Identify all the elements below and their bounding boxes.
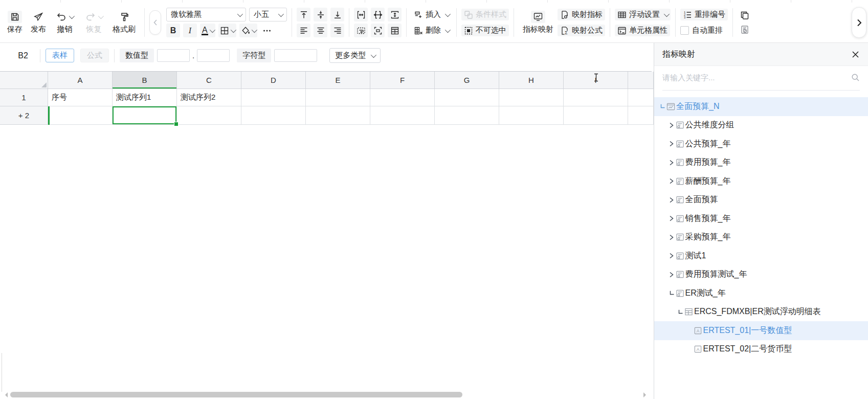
chevron-right-icon[interactable] — [667, 197, 676, 203]
tree-item[interactable]: 销售预算_年 — [654, 209, 868, 228]
tree-item[interactable]: ER测试_年 — [654, 284, 868, 303]
cell[interactable] — [435, 106, 499, 125]
cell[interactable] — [370, 89, 435, 106]
cell-properties-button[interactable]: 单元格属性 — [615, 25, 670, 36]
halign-center-button[interactable] — [314, 24, 327, 37]
column-header[interactable]: D — [241, 72, 306, 89]
tree-item[interactable]: 费用预算_年 — [654, 153, 868, 172]
unmerge-cells-button[interactable] — [371, 8, 385, 21]
font-color-underline-button[interactable]: A — [200, 24, 215, 37]
column-header[interactable]: A — [48, 72, 113, 89]
scroll-right-arrow-icon[interactable] — [643, 392, 649, 397]
tree-item[interactable]: 公共预算_年 — [654, 135, 868, 153]
cell[interactable]: 测试序列1 — [113, 89, 177, 106]
chevron-right-icon[interactable] — [667, 122, 676, 128]
cell[interactable] — [499, 106, 564, 125]
tree-item[interactable]: ERCS_FDMXB|ER测试浮动明细表 — [654, 303, 868, 322]
valign-middle-button[interactable] — [314, 8, 327, 21]
borders-button[interactable] — [218, 24, 236, 37]
column-header[interactable]: H — [499, 72, 564, 89]
tree-item[interactable]: 费用预算测试_年 — [654, 265, 868, 284]
tree-item[interactable]: 薪酬预算_年 — [654, 172, 868, 191]
italic-button[interactable]: I — [183, 24, 197, 37]
cell[interactable] — [435, 89, 499, 106]
column-header[interactable]: G — [435, 72, 499, 89]
search-input[interactable]: 请输入关键字... — [662, 73, 851, 83]
format-table-button[interactable] — [388, 24, 402, 37]
halign-right-button[interactable] — [330, 24, 344, 37]
cell[interactable] — [499, 89, 564, 106]
row-header[interactable]: + 2 — [0, 106, 48, 125]
chevron-right-icon[interactable] — [667, 272, 676, 278]
numeric-decimal-input[interactable] — [197, 49, 230, 62]
scrollbar-thumb[interactable] — [10, 392, 462, 397]
cell[interactable]: 测试序列2 — [177, 89, 241, 106]
cell[interactable] — [370, 106, 435, 125]
tree-item[interactable]: 公共维度分组 — [654, 116, 868, 135]
column-header[interactable] — [628, 72, 654, 89]
char-width-input[interactable] — [274, 49, 317, 62]
chevron-right-icon[interactable] — [667, 160, 676, 166]
insert-button[interactable]: 插入 — [411, 9, 452, 20]
column-header[interactable]: B — [113, 72, 177, 89]
tree-item[interactable]: AERTEST_01|一号数值型 — [654, 321, 868, 340]
search-icon[interactable] — [851, 73, 860, 83]
redo-button[interactable]: 恢复 — [83, 11, 104, 34]
fill-handle[interactable] — [174, 122, 179, 126]
unselectable-button[interactable]: 不可选中 — [461, 25, 509, 36]
tree-item[interactable]: 测试1 — [654, 247, 868, 265]
tree-item[interactable]: 全面预算 — [654, 191, 868, 210]
chevron-right-icon[interactable] — [667, 234, 676, 240]
select-all-corner[interactable] — [0, 72, 48, 89]
valign-bottom-button[interactable] — [330, 8, 344, 21]
cell[interactable] — [241, 106, 306, 125]
cell[interactable]: 序号 — [48, 89, 113, 106]
chevron-right-icon[interactable] — [667, 215, 676, 221]
cell[interactable] — [113, 106, 177, 125]
halign-left-button[interactable] — [297, 24, 310, 37]
tab-formula[interactable]: 公式 — [80, 49, 109, 62]
chevron-right-icon[interactable] — [667, 253, 676, 259]
cell[interactable] — [564, 106, 628, 125]
valign-top-button[interactable] — [297, 8, 310, 21]
horizontal-scrollbar[interactable] — [0, 391, 654, 399]
save-button[interactable]: 保存 — [7, 11, 23, 34]
cell[interactable] — [564, 89, 628, 106]
font-family-select[interactable]: 微软雅黑 — [166, 8, 246, 21]
font-size-select[interactable]: 小五 — [249, 8, 287, 21]
column-header[interactable]: C — [177, 72, 241, 89]
format-painter-button[interactable]: 格式刷 — [113, 11, 136, 34]
tree-item[interactable]: AERTEST_02|二号货币型 — [654, 340, 868, 359]
scroll-left-arrow-icon[interactable] — [3, 392, 8, 397]
column-header[interactable]: E — [306, 72, 370, 89]
expanded-corner-icon[interactable] — [658, 103, 666, 109]
renumber-button[interactable]: 123 重排编号 — [680, 9, 728, 20]
clear-mapping-icon[interactable] — [740, 25, 760, 35]
batch-copy-icon[interactable] — [740, 10, 760, 20]
close-panel-button[interactable] — [851, 50, 860, 59]
undo-button[interactable]: 撤销 — [54, 11, 75, 34]
shrink-to-fit-button[interactable] — [371, 24, 385, 37]
cell[interactable] — [241, 89, 306, 106]
chevron-right-icon[interactable] — [667, 178, 676, 184]
expanded-corner-icon[interactable] — [676, 309, 684, 315]
char-type-button[interactable]: 字符型 — [237, 49, 271, 62]
map-indicator-button[interactable]: 映射指标 — [558, 9, 605, 20]
tree-item[interactable]: 采购预算_年 — [654, 228, 868, 247]
merge-cells-button[interactable] — [354, 8, 368, 21]
chevron-right-icon[interactable] — [667, 141, 676, 147]
row-header[interactable]: 1 — [0, 89, 48, 106]
auto-rearrange-checkbox[interactable] — [680, 26, 689, 35]
tab-table-style[interactable]: 表样 — [46, 49, 74, 62]
wrap-text-button[interactable] — [354, 24, 368, 37]
panel-search[interactable]: 请输入关键字... — [654, 66, 868, 91]
cell[interactable] — [177, 106, 241, 125]
tree-item[interactable]: 全面预算_N — [654, 97, 868, 116]
bold-button[interactable]: B — [166, 24, 180, 37]
map-formula-button[interactable]: Σ 映射公式 — [558, 25, 605, 36]
numeric-type-button[interactable]: 数值型 — [120, 49, 154, 62]
undo-dropdown-chevron-icon[interactable] — [69, 13, 75, 19]
fill-color-button[interactable] — [239, 24, 257, 37]
cell[interactable] — [628, 106, 654, 125]
cell[interactable] — [306, 89, 370, 106]
